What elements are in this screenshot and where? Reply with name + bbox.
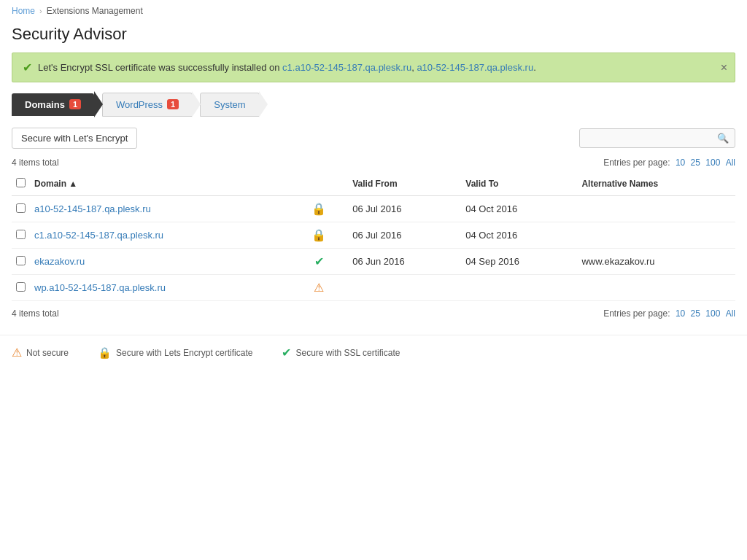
breadcrumb-extensions: Extensions Management — [47, 6, 143, 16]
row-alt-names — [577, 196, 735, 222]
row-checkbox — [12, 249, 30, 275]
tab-arrow-2 — [192, 91, 201, 117]
row-domain: a10-52-145-187.qa.plesk.ru — [30, 196, 290, 222]
row-icon: ✔ — [290, 249, 348, 275]
row-4-checkbox[interactable] — [16, 282, 26, 292]
tab-domains-label: Domains — [25, 99, 65, 110]
search-box: 🔍 — [579, 128, 735, 148]
legend-ssl-icon: ✔ — [282, 346, 291, 359]
row-alt-names — [577, 222, 735, 249]
legend-not-secure: ⚠ Not secure — [12, 346, 69, 359]
search-input[interactable] — [580, 129, 711, 147]
legend-lets-encrypt: 🔒 Secure with Lets Encrypt certificate — [98, 346, 252, 359]
table-row: a10-52-145-187.qa.plesk.ru 🔒 06 Jul 2016… — [12, 196, 735, 222]
per-page-bottom: Entries per page: 10 25 100 All — [603, 308, 735, 319]
legend-lets-encrypt-icon: 🔒 — [98, 346, 112, 359]
row-valid-to: 04 Oct 2016 — [461, 196, 577, 222]
row-icon: ⚠ — [290, 275, 348, 301]
page-title: Security Advisor — [0, 22, 747, 52]
tab-system[interactable]: System — [200, 93, 259, 117]
row-valid-from — [348, 275, 461, 301]
secure-lets-encrypt-button[interactable]: Secure with Let's Encrypt — [12, 128, 137, 149]
legend-warning-icon: ⚠ — [12, 346, 22, 359]
breadcrumb: Home › Extensions Management — [0, 0, 747, 22]
domain-link-2[interactable]: c1.a10-52-145-187.qa.plesk.ru — [34, 230, 163, 241]
per-page-bottom-all[interactable]: All — [726, 308, 735, 319]
th-domain: Domain ▲ — [30, 172, 290, 196]
table-row: wp.a10-52-145-187.qa.plesk.ru ⚠ — [12, 275, 735, 301]
tab-wordpress[interactable]: WordPress 1 — [102, 93, 193, 117]
alert-close-button[interactable]: × — [721, 62, 727, 74]
th-valid-from: Valid From — [348, 172, 461, 196]
th-valid-to: Valid To — [461, 172, 577, 196]
alert-link-1[interactable]: c1.a10-52-145-187.qa.plesk.ru — [282, 62, 411, 73]
row-valid-from: 06 Jul 2016 — [348, 222, 461, 249]
row-1-checkbox[interactable] — [16, 203, 26, 213]
alert-bar: ✔ Let's Encrypt SSL certificate was succ… — [12, 52, 735, 82]
items-info-top: 4 items total Entries per page: 10 25 10… — [0, 156, 747, 172]
row-valid-to: 04 Oct 2016 — [461, 222, 577, 249]
legend-ssl: ✔ Secure with SSL certificate — [282, 346, 400, 359]
per-page-bottom-25[interactable]: 25 — [691, 308, 700, 319]
select-all-checkbox[interactable] — [16, 178, 26, 187]
table-row: c1.a10-52-145-187.qa.plesk.ru 🔒 06 Jul 2… — [12, 222, 735, 249]
per-page-25[interactable]: 25 — [691, 158, 700, 168]
tab-wordpress-label: WordPress — [116, 99, 163, 110]
alert-text: Let's Encrypt SSL certificate was succes… — [38, 62, 536, 73]
row-3-checkbox[interactable] — [16, 256, 26, 265]
row-checkbox — [12, 275, 30, 301]
tab-system-label: System — [214, 99, 245, 110]
domains-table: Domain ▲ Valid From Valid To Alternative… — [12, 172, 735, 301]
items-total-bottom: 4 items total — [12, 308, 59, 319]
domain-link-4[interactable]: wp.a10-52-145-187.qa.plesk.ru — [34, 282, 166, 293]
th-spacer — [290, 172, 348, 196]
domain-link-3[interactable]: ekazakov.ru — [34, 256, 85, 267]
items-info-bottom: 4 items total Entries per page: 10 25 10… — [0, 307, 747, 323]
legend-not-secure-label: Not secure — [26, 348, 69, 358]
per-page-top: Entries per page: 10 25 100 All — [603, 158, 735, 168]
tab-bar: Domains 1 WordPress 1 System — [0, 91, 747, 117]
row-valid-to — [461, 275, 577, 301]
legend: ⚠ Not secure 🔒 Secure with Lets Encrypt … — [0, 335, 747, 368]
th-checkbox — [12, 172, 30, 196]
row-domain: ekazakov.ru — [30, 249, 290, 275]
items-total-top: 4 items total — [12, 158, 59, 168]
row-checkbox — [12, 196, 30, 222]
tab-arrow-3 — [259, 91, 268, 117]
toolbar: Secure with Let's Encrypt 🔍 — [0, 128, 747, 156]
per-page-100[interactable]: 100 — [705, 158, 720, 168]
row-valid-to: 04 Sep 2016 — [461, 249, 577, 275]
not-secure-icon: ⚠ — [314, 281, 324, 294]
tab-arrow-1 — [94, 91, 103, 117]
row-valid-from: 06 Jul 2016 — [348, 196, 461, 222]
lets-encrypt-icon: 🔒 — [311, 202, 326, 216]
table-head: Domain ▲ Valid From Valid To Alternative… — [12, 172, 735, 196]
row-alt-names — [577, 275, 735, 301]
per-page-all[interactable]: All — [726, 158, 735, 168]
row-domain: c1.a10-52-145-187.qa.plesk.ru — [30, 222, 290, 249]
alert-link-2[interactable]: a10-52-145-187.qa.plesk.ru — [417, 62, 533, 73]
lets-encrypt-icon-2: 🔒 — [311, 228, 326, 242]
row-icon: 🔒 — [290, 196, 348, 222]
per-page-bottom-100[interactable]: 100 — [705, 308, 720, 319]
breadcrumb-home[interactable]: Home — [12, 6, 35, 16]
table-row: ekazakov.ru ✔ 06 Jun 2016 04 Sep 2016 ww… — [12, 249, 735, 275]
row-icon: 🔒 — [290, 222, 348, 249]
row-2-checkbox[interactable] — [16, 230, 26, 239]
per-page-bottom-10[interactable]: 10 — [676, 308, 685, 319]
tab-wordpress-badge: 1 — [167, 99, 179, 109]
th-alt-names: Alternative Names — [577, 172, 735, 196]
tab-domains-badge: 1 — [69, 99, 81, 109]
table-body: a10-52-145-187.qa.plesk.ru 🔒 06 Jul 2016… — [12, 196, 735, 301]
row-domain: wp.a10-52-145-187.qa.plesk.ru — [30, 275, 290, 301]
row-alt-names: www.ekazakov.ru — [577, 249, 735, 275]
row-valid-from: 06 Jun 2016 — [348, 249, 461, 275]
domain-link-1[interactable]: a10-52-145-187.qa.plesk.ru — [34, 203, 151, 214]
alert-success-icon: ✔ — [23, 61, 32, 74]
tab-domains[interactable]: Domains 1 — [12, 93, 94, 116]
per-page-10[interactable]: 10 — [676, 158, 685, 168]
ssl-check-icon: ✔ — [314, 255, 324, 268]
search-icon: 🔍 — [711, 129, 735, 147]
legend-ssl-label: Secure with SSL certificate — [295, 348, 400, 358]
breadcrumb-sep-1: › — [39, 7, 42, 15]
